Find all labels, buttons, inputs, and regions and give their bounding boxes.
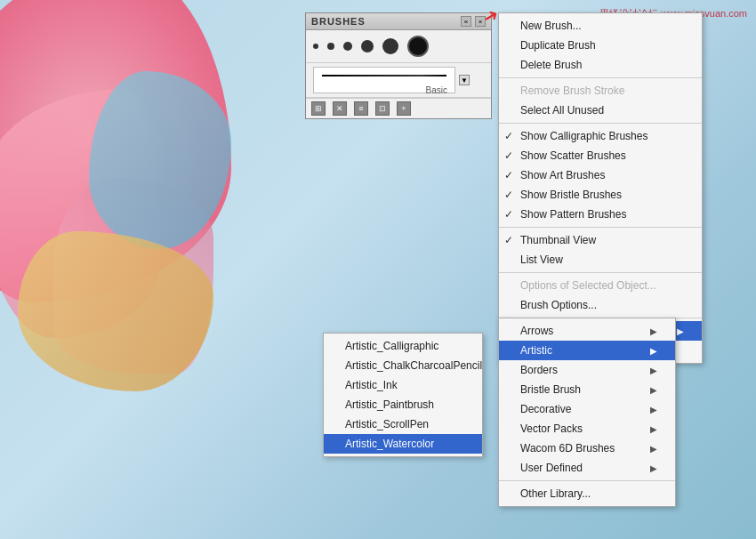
- menu-show-art[interactable]: ✓ Show Art Brushes: [499, 165, 702, 185]
- check-art: ✓: [504, 169, 513, 181]
- menu-duplicate-brush[interactable]: Duplicate Brush: [499, 36, 702, 55]
- brush-dot-4[interactable]: [361, 40, 374, 52]
- brush-dot-3[interactable]: [343, 42, 352, 51]
- menu-options-selected: Options of Selected Object...: [499, 276, 702, 295]
- new-brush-icon[interactable]: +: [397, 101, 411, 116]
- menu-bristle-brush[interactable]: Bristle Brush ▶: [499, 380, 675, 399]
- brush-library-icon[interactable]: ⊞: [311, 101, 326, 116]
- menu-vector-packs[interactable]: Vector Packs ▶: [499, 419, 675, 438]
- arrow-icon-vector: ▶: [650, 424, 657, 434]
- context-menu-main: New Brush... Duplicate Brush Delete Brus…: [498, 12, 703, 364]
- menu-sep-1: [499, 77, 702, 78]
- brush-preview-box: Basic: [313, 67, 455, 93]
- brush-preview-row: Basic ▼: [306, 63, 491, 98]
- brush-dot-5[interactable]: [382, 38, 398, 54]
- brush-dot-6[interactable]: [407, 36, 429, 57]
- check-bristle: ✓: [504, 189, 513, 201]
- submenu-brush-library: Arrows ▶ Artistic ▶ Borders ▶ Bristle Br…: [498, 318, 676, 507]
- check-calligraphic: ✓: [504, 130, 513, 142]
- arrow-icon-borders: ▶: [650, 366, 657, 375]
- menu-artistic-ink[interactable]: Artistic_Ink: [324, 375, 482, 395]
- menu-show-calligraphic[interactable]: ✓ Show Calligraphic Brushes: [499, 126, 702, 146]
- menu-artistic-watercolor[interactable]: Artistic_Watercolor: [324, 434, 482, 454]
- brush-stroke-preview: [322, 75, 446, 76]
- delete-brush-icon[interactable]: ✕: [333, 101, 347, 116]
- brush-options-icon[interactable]: ≡: [354, 101, 368, 116]
- library-sep-1: [499, 480, 675, 481]
- check-scatter: ✓: [504, 149, 513, 162]
- menu-sep-2: [499, 123, 702, 124]
- menu-brush-options[interactable]: Brush Options...: [499, 295, 702, 315]
- menu-borders[interactable]: Borders ▶: [499, 360, 675, 380]
- arrow-icon-arrows: ▶: [650, 326, 657, 336]
- brushes-panel-title: BRUSHES: [311, 16, 366, 27]
- panel-menu-btn[interactable]: ▼: [459, 75, 470, 85]
- brush-dot-1[interactable]: [313, 44, 318, 49]
- arrow-icon-decorative: ▶: [650, 405, 657, 414]
- brushes-title-bar: BRUSHES « ×: [306, 13, 491, 30]
- menu-show-pattern[interactable]: ✓ Show Pattern Brushes: [499, 205, 702, 224]
- arrow-icon-library: ▶: [677, 326, 684, 336]
- menu-other-library[interactable]: Other Library...: [499, 484, 675, 503]
- menu-arrows[interactable]: Arrows ▶: [499, 321, 675, 341]
- arrow-icon-user: ▶: [650, 463, 657, 473]
- menu-decorative[interactable]: Decorative ▶: [499, 399, 675, 419]
- menu-artistic-scrollpen[interactable]: Artistic_ScrollPen: [324, 414, 482, 434]
- menu-artistic[interactable]: Artistic ▶: [499, 341, 675, 360]
- menu-delete-brush[interactable]: Delete Brush: [499, 55, 702, 75]
- brush-convert-icon[interactable]: ⊡: [375, 101, 390, 116]
- brush-dots-row: [306, 30, 491, 63]
- menu-artistic-paintbrush[interactable]: Artistic_Paintbrush: [324, 395, 482, 414]
- panel-collapse-btn[interactable]: «: [461, 16, 471, 27]
- menu-new-brush[interactable]: New Brush...: [499, 16, 702, 36]
- submenu-artistic: Artistic_Calligraphic Artistic_ChalkChar…: [323, 333, 483, 457]
- brush-toolbar: ⊞ ✕ ≡ ⊡ +: [306, 98, 491, 118]
- menu-list-view[interactable]: List View: [499, 250, 702, 270]
- menu-remove-brush-stroke: Remove Brush Stroke: [499, 81, 702, 101]
- menu-sep-4: [499, 272, 702, 273]
- menu-artistic-chalk[interactable]: Artistic_ChalkCharcoalPencil: [324, 356, 482, 375]
- menu-sep-3: [499, 227, 702, 228]
- menu-artistic-calligraphic[interactable]: Artistic_Calligraphic: [324, 336, 482, 356]
- arrow-icon-artistic: ▶: [650, 346, 657, 356]
- menu-thumbnail-view[interactable]: ✓ Thumbnail View: [499, 230, 702, 250]
- menu-show-bristle[interactable]: ✓ Show Bristle Brushes: [499, 185, 702, 205]
- menu-show-scatter[interactable]: ✓ Show Scatter Brushes: [499, 146, 702, 165]
- brushes-panel: BRUSHES « × Basic ▼ ⊞ ✕ ≡ ⊡ +: [305, 12, 492, 119]
- brush-dot-2[interactable]: [327, 43, 334, 50]
- check-thumbnail: ✓: [504, 234, 513, 246]
- menu-wacom-6d[interactable]: Wacom 6D Brushes ▶: [499, 438, 675, 458]
- menu-select-all-unused[interactable]: Select All Unused: [499, 101, 702, 120]
- check-pattern: ✓: [504, 208, 513, 221]
- brush-stroke-label: Basic: [426, 85, 451, 95]
- arrow-icon-bristle: ▶: [650, 385, 657, 395]
- menu-user-defined[interactable]: User Defined ▶: [499, 458, 675, 478]
- arrow-icon-wacom: ▶: [650, 444, 657, 454]
